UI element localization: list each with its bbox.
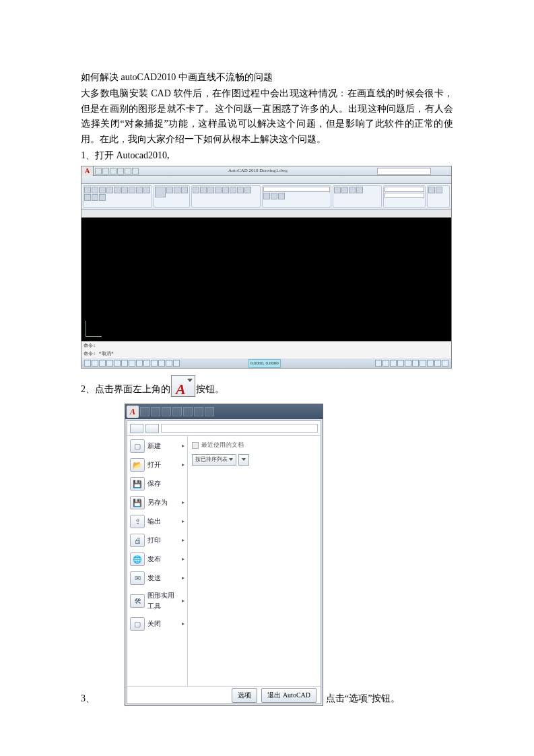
menu-utilities[interactable]: 🛠图形实用工具▸ <box>129 589 186 613</box>
app-logo-icon[interactable]: A <box>81 166 94 176</box>
menu-send[interactable]: ✉发送▸ <box>129 570 186 586</box>
tool-icon[interactable] <box>174 187 180 193</box>
style-combo[interactable] <box>385 193 424 198</box>
qat-btn[interactable] <box>125 168 131 175</box>
tool-icon[interactable] <box>200 187 207 193</box>
tool-icon[interactable] <box>114 187 121 193</box>
options-button[interactable]: 选项 <box>232 688 257 703</box>
status-toggle[interactable] <box>92 360 98 367</box>
qat-btn[interactable] <box>140 407 149 416</box>
drawing-canvas[interactable] <box>81 218 451 341</box>
app-logo-icon[interactable]: A <box>127 406 139 418</box>
status-toggle[interactable] <box>151 360 158 367</box>
status-toggle[interactable] <box>99 360 106 367</box>
tool-icon[interactable] <box>215 187 222 193</box>
search-box[interactable] <box>377 168 431 175</box>
tool-icon[interactable] <box>99 187 106 193</box>
tool-icon[interactable] <box>166 187 173 193</box>
open-docs-tab[interactable] <box>145 424 159 433</box>
tool-icon[interactable] <box>193 187 199 193</box>
status-toggle[interactable] <box>121 360 128 367</box>
tool-icon[interactable] <box>356 187 363 193</box>
tool-icon[interactable] <box>99 194 106 201</box>
tool-icon[interactable] <box>263 193 270 199</box>
tool-icon[interactable] <box>237 187 244 193</box>
qat-btn[interactable] <box>162 407 171 416</box>
status-toggle[interactable] <box>434 360 441 367</box>
recent-tab[interactable] <box>130 424 143 433</box>
tool-icon[interactable] <box>428 187 435 193</box>
qat-btn[interactable] <box>117 168 124 175</box>
tool-icon[interactable] <box>106 187 113 193</box>
menu-label: 图形实用工具 <box>147 590 179 612</box>
status-toggle[interactable] <box>390 360 397 367</box>
tool-icon[interactable] <box>244 187 251 193</box>
status-toggle[interactable] <box>166 360 172 367</box>
tool-icon[interactable] <box>84 187 91 193</box>
menu-saveas[interactable]: 💾另存为▸ <box>129 495 186 511</box>
menu-print[interactable]: 🖨打印▸ <box>129 532 186 548</box>
tool-icon[interactable] <box>230 187 236 193</box>
tool-icon[interactable] <box>136 187 143 193</box>
status-toggle[interactable] <box>173 360 180 367</box>
tool-icon[interactable] <box>84 194 91 201</box>
tool-icon[interactable] <box>92 194 98 201</box>
status-toggle[interactable] <box>114 360 121 367</box>
status-toggle[interactable] <box>158 360 165 367</box>
status-toggle[interactable] <box>427 360 434 367</box>
layer-combo[interactable] <box>263 187 330 192</box>
command-line[interactable]: 命令: 命令: *取消* <box>81 341 451 358</box>
menu-search-input[interactable] <box>161 424 318 433</box>
tool-icon[interactable] <box>341 187 348 193</box>
exit-button[interactable]: 退出 AutoCAD <box>261 688 316 703</box>
status-toggle[interactable] <box>382 360 389 367</box>
sort-dropdown[interactable]: 按已排序列表 <box>192 454 236 466</box>
status-toggle[interactable] <box>375 360 382 367</box>
ribbon-tabs[interactable] <box>81 176 451 184</box>
style-combo[interactable] <box>385 187 424 192</box>
tool-icon[interactable] <box>436 187 442 193</box>
status-toggle[interactable] <box>442 360 448 367</box>
qat-btn[interactable] <box>110 168 116 175</box>
menu-save[interactable]: 💾保存 <box>129 476 186 492</box>
qat-btn[interactable] <box>194 407 203 416</box>
qat-btn[interactable] <box>205 407 214 416</box>
status-toggle[interactable] <box>405 360 411 367</box>
tool-icon[interactable] <box>181 187 188 193</box>
tool-icon[interactable] <box>129 187 135 193</box>
qat-btn[interactable] <box>183 407 193 416</box>
chevron-right-icon: ▸ <box>182 597 185 606</box>
menu-label: 打开 <box>147 460 161 470</box>
qat-btn[interactable] <box>151 407 160 416</box>
status-toggle[interactable] <box>397 360 404 367</box>
tool-icon[interactable] <box>155 187 166 197</box>
status-toggle[interactable] <box>143 360 150 367</box>
tool-icon[interactable] <box>278 193 285 199</box>
tool-icon[interactable] <box>207 187 214 193</box>
status-toggle[interactable] <box>84 360 91 367</box>
qat-btn[interactable] <box>102 168 109 175</box>
status-toggle[interactable] <box>129 360 135 367</box>
cmd-text: 命令: *取消* <box>84 350 449 358</box>
autocad-main-window: A AutoCAD 2010 Drawing1.dwg <box>81 166 452 369</box>
menu-close[interactable]: ▢关闭▸ <box>129 616 186 632</box>
tool-icon[interactable] <box>334 187 341 193</box>
status-toggle[interactable] <box>412 360 419 367</box>
tool-icon[interactable] <box>121 187 128 193</box>
tool-icon[interactable] <box>271 193 277 199</box>
view-dropdown[interactable] <box>238 454 249 466</box>
qat-btn[interactable] <box>172 407 182 416</box>
menu-publish[interactable]: 🌐发布▸ <box>129 551 186 567</box>
status-toggle[interactable] <box>420 360 426 367</box>
status-toggle[interactable] <box>106 360 113 367</box>
menu-new[interactable]: ▢新建▸ <box>129 438 186 454</box>
menu-open[interactable]: 📂打开▸ <box>129 457 186 473</box>
qat-btn[interactable] <box>95 168 102 175</box>
status-toggle[interactable] <box>136 360 143 367</box>
tool-icon[interactable] <box>349 187 356 193</box>
tool-icon[interactable] <box>143 187 150 193</box>
menu-export[interactable]: ⇪输出▸ <box>129 513 186 530</box>
qat-btn[interactable] <box>132 168 139 175</box>
tool-icon[interactable] <box>222 187 229 193</box>
tool-icon[interactable] <box>92 187 98 193</box>
